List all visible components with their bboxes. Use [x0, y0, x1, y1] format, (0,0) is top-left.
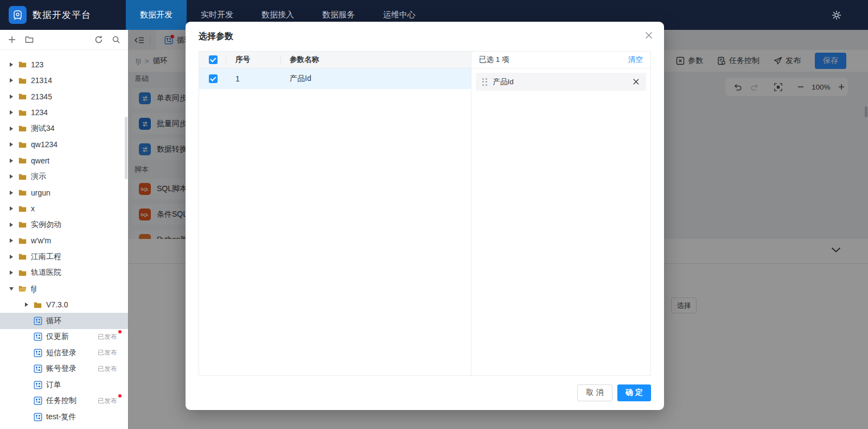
- caret-right-icon[interactable]: [8, 126, 15, 131]
- table-header-row: 序号 参数名称: [199, 52, 471, 68]
- caret-right-icon[interactable]: [8, 222, 15, 228]
- status-badge: 已发布: [98, 364, 117, 374]
- caret-right-icon[interactable]: [8, 110, 15, 115]
- selected-panel-header: 已选 1 项 清空: [471, 52, 650, 68]
- caret-right-icon[interactable]: [8, 206, 15, 211]
- flow-doc-icon: [34, 413, 42, 421]
- selected-summary: 已选 1 项: [479, 55, 509, 65]
- tree-item-urgun[interactable]: urgun: [0, 185, 128, 201]
- caret-right-icon[interactable]: [8, 174, 15, 179]
- tree-item-订单[interactable]: 订单: [0, 377, 128, 393]
- flow-doc-icon: [34, 349, 42, 357]
- sidebar-scrollbar-thumb[interactable]: [125, 117, 127, 179]
- tree-item-轨道医院[interactable]: 轨道医院: [0, 265, 128, 281]
- plus-icon[interactable]: [8, 35, 16, 44]
- tree-item-仅更新[interactable]: 仅更新已发布: [0, 329, 128, 345]
- caret-right-icon[interactable]: [8, 190, 15, 195]
- tree-item-21314[interactable]: 21314: [0, 73, 128, 89]
- tree-item-qwert[interactable]: qwert: [0, 153, 128, 169]
- folder-icon: [18, 157, 27, 164]
- tree-item-V7.3.0[interactable]: V7.3.0: [0, 297, 128, 313]
- folder-icon: [18, 141, 27, 148]
- cell-no: 1: [235, 74, 290, 83]
- tree-item-label: 1234: [31, 108, 48, 117]
- tree-item-21345[interactable]: 21345: [0, 89, 128, 105]
- tree-item-测试34[interactable]: 测试34: [0, 121, 128, 137]
- nav-tab-数据开发[interactable]: 数据开发: [126, 0, 187, 30]
- close-icon[interactable]: [644, 31, 653, 40]
- folder-icon: [18, 125, 27, 132]
- select-all-checkbox[interactable]: [209, 55, 218, 64]
- tree-item-fjl[interactable]: fjl: [0, 281, 128, 297]
- selected-item: 产品Id: [476, 73, 646, 91]
- tree-item-实例勿动[interactable]: 实例勿动: [0, 217, 128, 233]
- tree-item-1234[interactable]: 1234: [0, 105, 128, 121]
- tree-item-label: 21314: [31, 76, 52, 85]
- tree-item-label: 循环: [46, 316, 61, 326]
- modal-body: 序号 参数名称 1产品Id 已选 1 项 清空 产品Id: [199, 51, 651, 376]
- tree-item-test-复件[interactable]: test-复件: [0, 409, 128, 425]
- folder-icon: [18, 285, 27, 292]
- caret-right-icon[interactable]: [8, 158, 15, 163]
- status-badge: 已发布: [98, 396, 117, 406]
- folder-icon: [18, 237, 27, 244]
- tree-item-label: x: [31, 204, 35, 213]
- cancel-button[interactable]: 取 消: [577, 384, 612, 401]
- caret-right-icon[interactable]: [8, 238, 15, 243]
- tree-item-label: 订单: [46, 380, 61, 390]
- tree-item-任务控制[interactable]: 任务控制已发布: [0, 393, 128, 409]
- status-dot: [118, 330, 122, 333]
- tree-item-label: qw1234: [31, 140, 58, 149]
- selected-items: 产品Id: [471, 73, 650, 91]
- tree-item-短信登录[interactable]: 短信登录已发布: [0, 345, 128, 361]
- project-sidebar: 12321314213451234测试34qw1234qwert演示urgunx…: [0, 30, 129, 429]
- gear-icon[interactable]: [831, 10, 842, 21]
- table-rows: 1产品Id: [199, 68, 471, 89]
- caret-right-icon[interactable]: [8, 94, 15, 99]
- folder-icon: [18, 93, 27, 100]
- modal-footer: 取 消 确 定: [186, 375, 664, 410]
- tree-item-江南工程[interactable]: 江南工程: [0, 249, 128, 265]
- remove-icon[interactable]: [633, 78, 640, 85]
- caret-right-icon[interactable]: [8, 254, 15, 260]
- column-header-no: 序号: [235, 55, 290, 65]
- refresh-icon[interactable]: [94, 35, 103, 44]
- tree-item-label: V7.3.0: [46, 300, 68, 309]
- search-icon[interactable]: [112, 35, 120, 44]
- clear-link[interactable]: 清空: [628, 55, 643, 65]
- row-checkbox[interactable]: [209, 74, 218, 83]
- table-row[interactable]: 1产品Id: [199, 68, 471, 89]
- tree-item-qw1234[interactable]: qw1234: [0, 137, 128, 153]
- select-params-modal: 选择参数 序号 参数名称 1产品Id 已选 1 项 清空 产品Id: [186, 22, 664, 410]
- caret-right-icon[interactable]: [8, 142, 15, 147]
- folder-icon: [18, 221, 27, 228]
- tree-item-演示[interactable]: 演示: [0, 169, 128, 185]
- train-logo-icon: [9, 6, 27, 24]
- selected-item-label: 产品Id: [493, 77, 514, 87]
- folder-icon: [18, 253, 27, 260]
- caret-right-icon[interactable]: [8, 62, 15, 67]
- caret-down-icon[interactable]: [8, 287, 15, 291]
- app-title: 数据开发平台: [33, 0, 91, 30]
- tree-item-123[interactable]: 123: [0, 56, 128, 73]
- column-header-name: 参数名称: [290, 55, 319, 65]
- drag-handle-icon[interactable]: [482, 78, 487, 86]
- folder-icon: [18, 77, 27, 84]
- flow-doc-icon: [34, 364, 42, 373]
- selected-panel: 已选 1 项 清空 产品Id: [471, 52, 650, 375]
- new-folder-icon[interactable]: [25, 35, 34, 44]
- ok-button[interactable]: 确 定: [617, 384, 651, 401]
- tree-item-label: 任务控制: [46, 396, 76, 406]
- tree-item-label: 轨道医院: [31, 268, 61, 277]
- caret-right-icon[interactable]: [8, 270, 15, 275]
- sidebar-toolbar: [0, 30, 128, 50]
- tree-item-x[interactable]: x: [0, 201, 128, 217]
- flow-doc-icon: [34, 317, 42, 325]
- page-scrollbar-thumb[interactable]: [865, 106, 867, 117]
- caret-right-icon[interactable]: [8, 78, 15, 83]
- tree-item-循环[interactable]: 循环: [0, 313, 128, 329]
- tree-item-label: 21345: [31, 92, 52, 101]
- caret-right-icon[interactable]: [23, 302, 30, 307]
- tree-item-w'w'm[interactable]: w'w'm: [0, 233, 128, 249]
- tree-item-账号登录[interactable]: 账号登录已发布: [0, 361, 128, 377]
